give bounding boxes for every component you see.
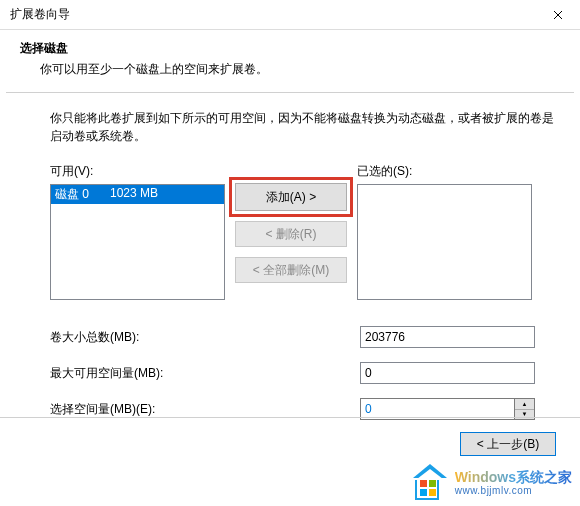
wizard-content: 你只能将此卷扩展到如下所示的可用空间，因为不能将磁盘转换为动态磁盘，或者被扩展的…: [0, 93, 580, 442]
field-total: 卷大小总数(MB): 203776: [50, 326, 556, 348]
available-listbox[interactable]: 磁盘 0 1023 MB: [50, 184, 225, 300]
disk-panels: 可用(V): 磁盘 0 1023 MB 添加(A) > < 删除(R) < 全部…: [50, 163, 556, 300]
selected-listbox[interactable]: [357, 184, 532, 300]
disk-size: 1023 MB: [110, 186, 158, 203]
window-title: 扩展卷向导: [10, 6, 70, 23]
disk-name: 磁盘 0: [55, 186, 110, 203]
back-button[interactable]: < 上一步(B): [460, 432, 556, 456]
total-value: 203776: [360, 326, 535, 348]
wizard-header: 选择磁盘 你可以用至少一个磁盘上的空间来扩展卷。: [0, 30, 580, 92]
max-value: 0: [360, 362, 535, 384]
remove-all-button: < 全部删除(M): [235, 257, 347, 283]
transfer-buttons: 添加(A) > < 删除(R) < 全部删除(M): [235, 183, 347, 283]
wizard-subheading: 你可以用至少一个磁盘上的空间来扩展卷。: [40, 61, 570, 78]
remove-button: < 删除(R): [235, 221, 347, 247]
add-button[interactable]: 添加(A) >: [235, 183, 347, 211]
watermark-line2: www.bjjmlv.com: [455, 485, 572, 496]
watermark-line1: Windows系统之家: [455, 470, 572, 485]
max-label: 最大可用空间量(MB):: [50, 365, 360, 382]
selected-label: 已选的(S):: [357, 163, 532, 180]
watermark: Windows系统之家 www.bjjmlv.com: [415, 466, 572, 500]
list-item[interactable]: 磁盘 0 1023 MB: [51, 185, 224, 204]
watermark-text: Windows系统之家 www.bjjmlv.com: [455, 470, 572, 496]
field-max: 最大可用空间量(MB): 0: [50, 362, 556, 384]
available-column: 可用(V): 磁盘 0 1023 MB: [50, 163, 225, 300]
available-label: 可用(V):: [50, 163, 225, 180]
watermark-logo: [415, 466, 449, 500]
spin-up-button[interactable]: ▲: [515, 399, 534, 410]
total-label: 卷大小总数(MB):: [50, 329, 360, 346]
titlebar: 扩展卷向导: [0, 0, 580, 30]
close-icon: [553, 10, 563, 20]
wizard-footer: < 上一步(B): [0, 417, 580, 466]
selected-column: 已选的(S):: [357, 163, 532, 300]
description-text: 你只能将此卷扩展到如下所示的可用空间，因为不能将磁盘转换为动态磁盘，或者被扩展的…: [50, 109, 556, 145]
wizard-heading: 选择磁盘: [20, 40, 570, 57]
add-highlight: 添加(A) >: [229, 177, 353, 217]
size-fields: 卷大小总数(MB): 203776 最大可用空间量(MB): 0 选择空间量(M…: [50, 326, 556, 420]
select-label: 选择空间量(MB)(E):: [50, 401, 360, 418]
close-button[interactable]: [535, 0, 580, 30]
